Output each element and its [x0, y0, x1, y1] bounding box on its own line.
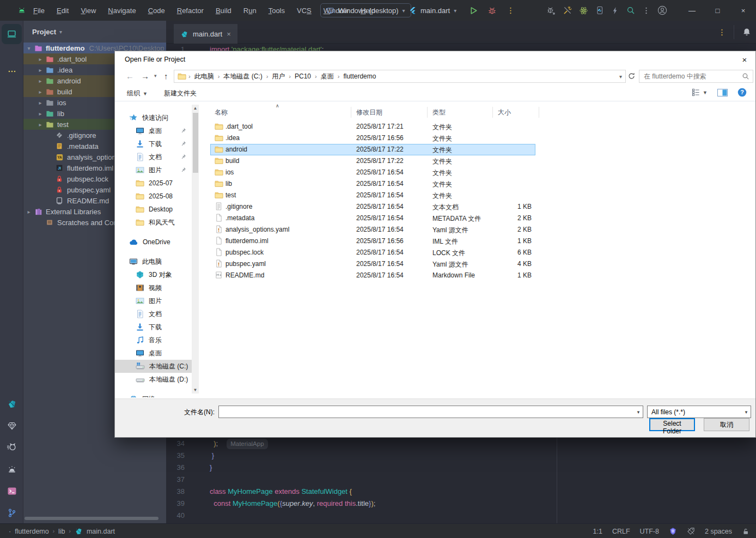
scroll-up-icon[interactable]: ▲	[192, 105, 199, 112]
breadcrumb-item[interactable]: 本地磁盘 (C:)	[221, 72, 265, 81]
minimize-button[interactable]: —	[679, 0, 705, 21]
status-breadcrumb-item[interactable]: flutterdemo	[15, 528, 49, 535]
scroll-down-icon[interactable]: ▼	[192, 386, 199, 394]
filename-input[interactable]	[219, 406, 634, 418]
menu-run[interactable]: Run	[239, 5, 261, 16]
sidebar-item-文档[interactable]: 文档	[115, 150, 192, 164]
filename-combo[interactable]: ▾	[218, 406, 643, 418]
sidebar-item-音乐[interactable]: 音乐	[115, 334, 192, 347]
hot-reload-icon[interactable]	[611, 7, 619, 15]
column-header-2[interactable]: 修改日期	[356, 108, 382, 117]
line-ending[interactable]: CRLF	[612, 528, 630, 535]
file-row-pubspec.yaml[interactable]: pubspec.yaml2025/8/17 16:54Yaml 源文件4 KB	[205, 258, 755, 270]
dialog-close-button[interactable]: ×	[738, 53, 751, 65]
device-preview-icon[interactable]	[595, 6, 604, 15]
column-header-3[interactable]: 类型	[432, 108, 446, 117]
address-bar[interactable]: ›此电脑›本地磁盘 (C:)›用户›PC10›桌面›flutterdemo ▾	[174, 70, 626, 83]
breadcrumb-item[interactable]: flutterdemo	[340, 72, 379, 80]
file-row-.metadata[interactable]: .metadata2025/8/17 16:54METADATA 文件2 KB	[205, 213, 755, 224]
expander-icon[interactable]: ▸	[36, 89, 45, 95]
cancel-button[interactable]: 取消	[704, 418, 749, 431]
tab-main-dart[interactable]: main.dart ×	[174, 24, 237, 44]
sidebar-scrollbar[interactable]: ▲ ▼	[192, 105, 199, 394]
preview-pane-icon[interactable]	[717, 89, 728, 96]
menu-vcs[interactable]: VCS	[292, 5, 316, 16]
menu-code[interactable]: Code	[143, 5, 170, 16]
expander-icon[interactable]: ▸	[36, 100, 45, 106]
more-tools-icon[interactable]	[642, 7, 650, 15]
maximize-button[interactable]: □	[705, 0, 730, 21]
build-tools-icon[interactable]	[563, 6, 572, 15]
file-row-analysis_options.yaml[interactable]: analysis_options.yaml2025/8/17 16:54Yaml…	[205, 224, 755, 235]
editor-options-icon[interactable]	[718, 28, 726, 37]
status-breadcrumb-item[interactable]: main.dart	[87, 528, 115, 535]
dart-analysis-tool-button[interactable]	[2, 394, 22, 414]
breadcrumb-item[interactable]: PC10	[292, 72, 314, 80]
file-row-test[interactable]: test2025/8/17 16:54文件夹	[205, 190, 755, 201]
file-row-android[interactable]: android2025/8/17 17:22文件夹	[205, 144, 755, 155]
menu-edit[interactable]: Edit	[52, 5, 74, 16]
search-everywhere-icon[interactable]	[626, 6, 635, 15]
sidebar-item-Desktop[interactable]: Desktop	[115, 203, 192, 216]
sidebar-item-此电脑[interactable]: 此电脑	[115, 255, 192, 268]
terminal-tool-button[interactable]	[2, 481, 22, 501]
sidebar-item-网络[interactable]: 网络	[115, 392, 192, 397]
expander-icon[interactable]: ▾	[25, 45, 33, 51]
tab-close-icon[interactable]: ×	[227, 30, 231, 38]
history-chevron[interactable]: ▾	[154, 73, 157, 78]
column-separator[interactable]	[539, 107, 539, 118]
column-separator[interactable]	[351, 107, 351, 118]
breadcrumb-item[interactable]: 用户	[269, 72, 288, 81]
indent-size[interactable]: 2 spaces	[705, 528, 732, 535]
expander-icon[interactable]: ▸	[36, 67, 45, 73]
file-row-build[interactable]: build2025/8/17 17:22文件夹	[205, 155, 755, 167]
file-row-.gitignore[interactable]: .gitignore2025/8/17 16:54文本文档1 KB	[205, 201, 755, 213]
help-icon[interactable]: ?	[737, 88, 747, 97]
caret-position[interactable]: 1:1	[593, 528, 602, 535]
status-breadcrumb-item[interactable]: lib	[58, 528, 65, 535]
account-icon[interactable]	[657, 5, 667, 15]
device-selector[interactable]: Windows (desktop) ▾	[320, 3, 411, 17]
run-config-selector[interactable]: main.dart ▾	[404, 3, 461, 17]
plugin-status-icon[interactable]	[669, 527, 677, 535]
view-mode-button[interactable]: ▼	[692, 88, 708, 96]
unlocked-icon[interactable]	[742, 528, 749, 535]
sidebar-item-3D 对象[interactable]: 3D 对象	[115, 268, 192, 281]
menu-tools[interactable]: Tools	[264, 5, 290, 16]
sidebar-item-快速访问[interactable]: 快速访问	[115, 111, 192, 124]
menu-file[interactable]: File	[28, 5, 50, 16]
debug-button[interactable]	[487, 5, 497, 15]
expander-icon[interactable]: ▸	[36, 111, 45, 117]
organize-menu[interactable]: 组织 ▼	[127, 89, 148, 98]
sidebar-item-图片[interactable]: 图片	[115, 164, 192, 177]
sidebar-item-本地磁盘 (C:)[interactable]: 本地磁盘 (C:)	[115, 360, 192, 373]
search-input[interactable]	[643, 72, 742, 81]
sidebar-item-下载[interactable]: 下载	[115, 137, 192, 150]
horizontal-scrollbar[interactable]	[25, 517, 158, 520]
expander-icon[interactable]: ▸	[36, 78, 45, 84]
column-separator[interactable]	[427, 107, 428, 118]
dialog-titlebar[interactable]: Open File or Project ×	[115, 51, 755, 68]
menu-navigate[interactable]: Navigate	[103, 5, 141, 16]
sidebar-item-桌面[interactable]: 桌面	[115, 124, 192, 137]
sidebar-item-本地磁盘 (D:)[interactable]: 本地磁盘 (D:)	[115, 373, 192, 386]
sidebar-item-桌面[interactable]: 桌面	[115, 347, 192, 360]
expander-icon[interactable]: ▸	[25, 209, 33, 215]
file-encoding[interactable]: UTF-8	[640, 528, 659, 535]
status-breadcrumb[interactable]: ·flutterdemo›lib›main.dart	[9, 524, 115, 538]
sidebar-item-下载[interactable]: 下载	[115, 321, 192, 334]
run-button[interactable]	[468, 5, 478, 15]
refresh-icon[interactable]	[627, 72, 636, 80]
sidebar-item-和风天气[interactable]: 和风天气	[115, 216, 192, 229]
new-folder-button[interactable]: 新建文件夹	[164, 89, 197, 98]
file-row-.idea[interactable]: .idea2025/8/17 16:56文件夹	[205, 132, 755, 144]
column-header-4[interactable]: 大小	[498, 108, 511, 117]
more-tool-windows-button[interactable]	[2, 61, 22, 81]
sidebar-item-图片[interactable]: 图片	[115, 294, 192, 307]
file-row-pubspec.lock[interactable]: pubspec.lock2025/8/17 16:54LOCK 文件6 KB	[205, 247, 755, 258]
file-row-README.md[interactable]: README.md2025/8/17 16:54Markdown File1 K…	[205, 270, 755, 281]
file-row-lib[interactable]: lib2025/8/17 16:54文件夹	[205, 178, 755, 190]
back-button[interactable]: ←	[126, 71, 134, 81]
file-row-.dart_tool[interactable]: .dart_tool2025/8/17 17:21文件夹	[205, 121, 755, 132]
resource-manager-tool-button[interactable]	[2, 437, 22, 457]
